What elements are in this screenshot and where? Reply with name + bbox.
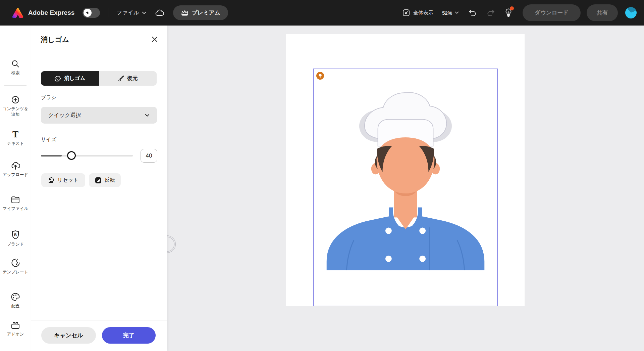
sidebar-item-my-files[interactable]: マイファイル bbox=[0, 196, 31, 212]
color-palette-icon bbox=[11, 293, 20, 301]
beta-toggle[interactable] bbox=[83, 8, 100, 18]
canvas-area[interactable] bbox=[167, 26, 644, 351]
share-button[interactable]: 共有 bbox=[587, 4, 618, 21]
slider-fill bbox=[41, 155, 62, 157]
sparkle-icon bbox=[84, 9, 92, 17]
done-button[interactable]: 完了 bbox=[102, 327, 156, 344]
add-content-icon bbox=[11, 95, 20, 104]
undo-icon bbox=[468, 9, 477, 17]
invert-button[interactable]: 反転 bbox=[89, 173, 121, 187]
redo-icon bbox=[486, 9, 495, 17]
fit-to-screen-button[interactable]: 全体表示 bbox=[402, 9, 433, 17]
invert-label: 反転 bbox=[105, 177, 115, 184]
chevron-down-icon bbox=[455, 11, 459, 14]
size-label: サイズ bbox=[41, 136, 56, 143]
upload-icon bbox=[11, 161, 20, 170]
tab-erase-label: 消しゴム bbox=[64, 75, 85, 82]
brush-type-dropdown[interactable]: クイック選択 bbox=[41, 107, 157, 124]
sidebar-item-add-ons[interactable]: アドオン bbox=[0, 321, 31, 337]
sidebar-item-search[interactable]: 検索 bbox=[0, 59, 31, 76]
selected-image[interactable] bbox=[313, 69, 498, 306]
panel-title: 消しゴム bbox=[41, 35, 69, 44]
sidebar-item-label: 配色 bbox=[10, 303, 21, 309]
chevron-down-icon bbox=[142, 11, 146, 14]
sidebar-item-text[interactable]: T テキスト bbox=[0, 130, 31, 146]
sidebar-item-templates[interactable]: テンプレート bbox=[0, 258, 31, 275]
app-title: Adobe Express bbox=[28, 9, 74, 16]
sidebar-item-label: 検索 bbox=[10, 70, 21, 76]
size-slider[interactable] bbox=[41, 151, 133, 160]
redo-button[interactable] bbox=[486, 9, 495, 17]
reset-button[interactable]: リセット bbox=[41, 173, 85, 187]
panel-header: 消しゴム bbox=[31, 26, 167, 57]
chevron-down-icon bbox=[145, 114, 150, 117]
eraser-panel: 消しゴム 消しゴム 復元 ブラシ クイック選択 サイズ bbox=[31, 26, 167, 351]
sidebar-item-label: アドオン bbox=[6, 332, 25, 337]
brush-type-value: クイック選択 bbox=[48, 112, 81, 119]
slider-handle[interactable] bbox=[67, 151, 76, 160]
adobe-express-logo[interactable] bbox=[12, 8, 23, 18]
ideas-button[interactable] bbox=[504, 8, 513, 17]
sidebar-item-label: テンプレート bbox=[2, 269, 29, 275]
fit-to-screen-icon bbox=[402, 9, 410, 17]
brush-label: ブラシ bbox=[41, 94, 56, 101]
reset-label: リセット bbox=[57, 177, 78, 184]
sidebar-item-label: コンテンツを追加 bbox=[0, 106, 31, 118]
text-icon: T bbox=[12, 130, 18, 139]
sidebar-item-colors[interactable]: 配色 bbox=[0, 293, 31, 309]
svg-text:B: B bbox=[14, 233, 17, 237]
cloud-sync-icon[interactable] bbox=[155, 9, 164, 16]
sidebar-item-label: アップロード bbox=[2, 172, 29, 178]
size-value-input[interactable]: 40 bbox=[141, 149, 157, 163]
brand-icon: B bbox=[11, 230, 20, 239]
account-avatar[interactable] bbox=[625, 7, 637, 18]
close-icon bbox=[151, 36, 158, 43]
undo-button[interactable] bbox=[468, 9, 477, 17]
tab-restore[interactable]: 復元 bbox=[99, 71, 157, 86]
file-menu-label: ファイル bbox=[116, 9, 139, 16]
premium-button[interactable]: プレミアム bbox=[173, 5, 228, 20]
tab-erase[interactable]: 消しゴム bbox=[41, 71, 99, 86]
sidebar-item-brand[interactable]: B ブランド bbox=[0, 230, 31, 247]
generated-asset-badge-icon[interactable] bbox=[316, 72, 324, 80]
brush-icon bbox=[118, 75, 124, 82]
sidebar-item-label: ブランド bbox=[6, 242, 25, 247]
invert-icon bbox=[95, 177, 102, 184]
file-menu[interactable]: ファイル bbox=[116, 9, 146, 16]
cancel-button[interactable]: キャンセル bbox=[41, 327, 96, 344]
my-files-icon bbox=[11, 196, 20, 204]
templates-icon bbox=[11, 258, 20, 267]
download-button[interactable]: ダウンロード bbox=[523, 4, 581, 21]
panel-collapse-handle[interactable] bbox=[167, 235, 177, 253]
crown-icon bbox=[181, 10, 189, 16]
sidebar-item-label: テキスト bbox=[6, 141, 25, 146]
sidebar-divider bbox=[4, 85, 26, 86]
premium-label: プレミアム bbox=[192, 9, 220, 16]
reset-undo-icon bbox=[48, 177, 54, 183]
add-ons-icon bbox=[11, 321, 20, 330]
notification-dot bbox=[510, 6, 514, 10]
sidebar-item-upload[interactable]: アップロード bbox=[0, 161, 31, 178]
sidebar-item-label: マイファイル bbox=[2, 206, 30, 212]
eraser-icon bbox=[54, 76, 61, 82]
sidebar-item-add-content[interactable]: コンテンツを追加 bbox=[0, 95, 31, 118]
topbar-divider bbox=[108, 8, 108, 17]
top-bar: Adobe Express ファイル プレミアム 全体表示 52% bbox=[0, 0, 644, 26]
mode-tabs: 消しゴム 復元 bbox=[41, 71, 157, 86]
tab-restore-label: 復元 bbox=[127, 75, 138, 82]
close-panel-button[interactable] bbox=[150, 34, 160, 44]
panel-footer: キャンセル 完了 bbox=[31, 320, 167, 351]
search-icon bbox=[11, 59, 20, 68]
fit-label: 全体表示 bbox=[413, 10, 433, 16]
left-sidebar: 検索 コンテンツを追加 T テキスト アップロード マイファイル B ブランド bbox=[0, 26, 31, 351]
chef-illustration bbox=[314, 69, 497, 306]
zoom-level-dropdown[interactable]: 52% bbox=[442, 10, 459, 16]
zoom-level-value: 52% bbox=[442, 10, 452, 16]
